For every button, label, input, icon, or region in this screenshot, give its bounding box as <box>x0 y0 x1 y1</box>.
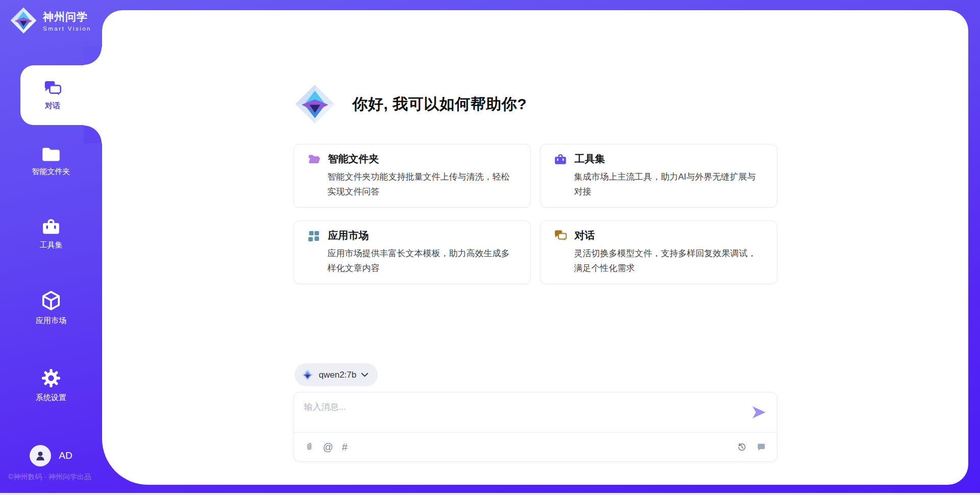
chat-bubble-icon[interactable] <box>756 442 767 453</box>
briefcase-icon <box>554 153 567 165</box>
user-initials: AD <box>59 450 72 461</box>
page-bottom-edge <box>0 493 980 495</box>
greeting-block: 你好, 我可以如何帮助你? <box>293 83 777 126</box>
card-toolset[interactable]: 工具集 集成市场上主流工具，助力AI与外界无缝扩展与对接 <box>540 144 777 208</box>
card-description: 集成市场上主流工具，助力AI与外界无缝扩展与对接 <box>574 169 764 199</box>
card-title: 应用市场 <box>328 229 369 242</box>
brand-subtitle: Smart Vision <box>43 26 91 32</box>
card-chat[interactable]: 对话 灵活切换多模型文件，支持多样回复效果调试，满足个性化需求 <box>540 220 777 284</box>
card-smart-folder[interactable]: 智能文件夹 智能文件夹功能支持批量文件上传与清洗，轻松实现文件问答 <box>293 144 531 208</box>
sidebar-item-label: 智能文件夹 <box>32 167 70 177</box>
avatar <box>30 445 51 466</box>
card-app-market[interactable]: 应用市场 应用市场提供丰富长文本模板，助力高效生成多样化文章内容 <box>293 220 531 284</box>
brand-logo-icon <box>9 6 38 35</box>
main-panel: 你好, 我可以如何帮助你? 智能文件夹 智能文件夹功能支持批量文件上传与清洗，轻… <box>102 10 968 485</box>
card-description: 智能文件夹功能支持批量文件上传与清洗，轻松实现文件问答 <box>328 169 517 199</box>
message-input[interactable] <box>294 392 733 432</box>
card-title: 智能文件夹 <box>328 152 379 166</box>
gear-icon <box>41 368 61 388</box>
feature-cards: 智能文件夹 智能文件夹功能支持批量文件上传与清洗，轻松实现文件问答 工具集 集成… <box>293 144 777 284</box>
brand: 神州问学 Smart Vision <box>9 6 91 35</box>
sidebar-item-app-market[interactable]: 应用市场 <box>0 290 102 326</box>
user-profile[interactable]: AD <box>0 445 102 466</box>
card-description: 灵活切换多模型文件，支持多样回复效果调试，满足个性化需求 <box>574 246 764 276</box>
sidebar-item-settings[interactable]: 系统设置 <box>0 368 102 403</box>
sidebar-item-toolset[interactable]: 工具集 <box>0 217 102 250</box>
model-selector[interactable]: qwen2:7b <box>295 363 378 386</box>
paperclip-icon[interactable] <box>304 442 314 452</box>
chat-bubbles-icon <box>554 229 567 242</box>
at-sign-icon[interactable]: @ <box>323 442 333 452</box>
message-composer: @ # <box>293 392 777 462</box>
chat-bubbles-icon <box>43 80 62 97</box>
chevron-down-icon <box>361 373 369 378</box>
sidebar-item-smart-folder[interactable]: 智能文件夹 <box>0 146 102 177</box>
briefcase-icon <box>41 217 61 236</box>
sidebar-item-label: 对话 <box>45 101 60 111</box>
card-title: 工具集 <box>575 152 605 166</box>
user-icon <box>34 449 47 462</box>
composer-toolbar: @ # <box>294 432 777 461</box>
chat-dock: qwen2:7b @ # <box>293 363 777 462</box>
hero-logo-icon <box>293 83 336 126</box>
grid-icon <box>307 229 321 242</box>
send-icon[interactable] <box>751 405 767 420</box>
hash-icon[interactable]: # <box>342 442 348 452</box>
card-title: 对话 <box>575 229 595 242</box>
folder-icon <box>41 146 61 162</box>
sidebar: 神州问学 Smart Vision 对话 智能文件夹 工具集 <box>0 0 102 493</box>
folder-open-icon <box>307 153 321 165</box>
brand-name: 神州问学 <box>43 10 91 24</box>
sidebar-item-label: 工具集 <box>40 240 63 250</box>
model-name: qwen2:7b <box>319 370 357 380</box>
sidebar-item-label: 应用市场 <box>36 316 66 326</box>
card-description: 应用市场提供丰富长文本模板，助力高效生成多样化文章内容 <box>328 246 517 276</box>
greeting-title: 你好, 我可以如何帮助你? <box>353 94 527 115</box>
copyright-text: ©神州数码 · 神州问学出品 <box>8 473 91 482</box>
history-icon[interactable] <box>737 442 747 453</box>
model-logo-icon <box>301 368 314 382</box>
sidebar-item-label: 系统设置 <box>36 393 66 403</box>
cube-icon <box>40 290 62 311</box>
sidebar-item-chat[interactable]: 对话 <box>20 65 102 125</box>
